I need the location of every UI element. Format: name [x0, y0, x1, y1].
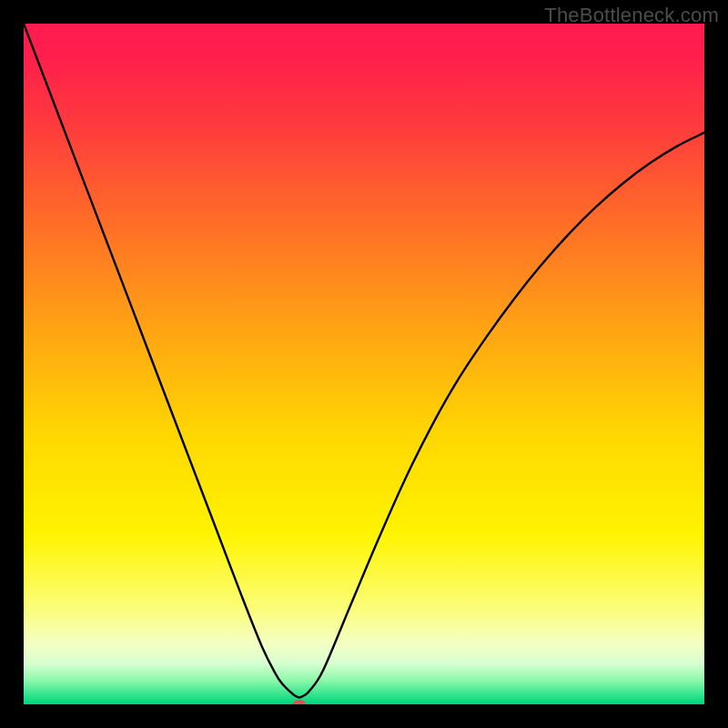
chart-background	[24, 24, 704, 704]
outer-frame: TheBottleneck.com	[0, 0, 728, 728]
watermark-text: TheBottleneck.com	[544, 4, 719, 27]
plot-area	[24, 24, 704, 704]
chart-svg	[24, 24, 704, 704]
